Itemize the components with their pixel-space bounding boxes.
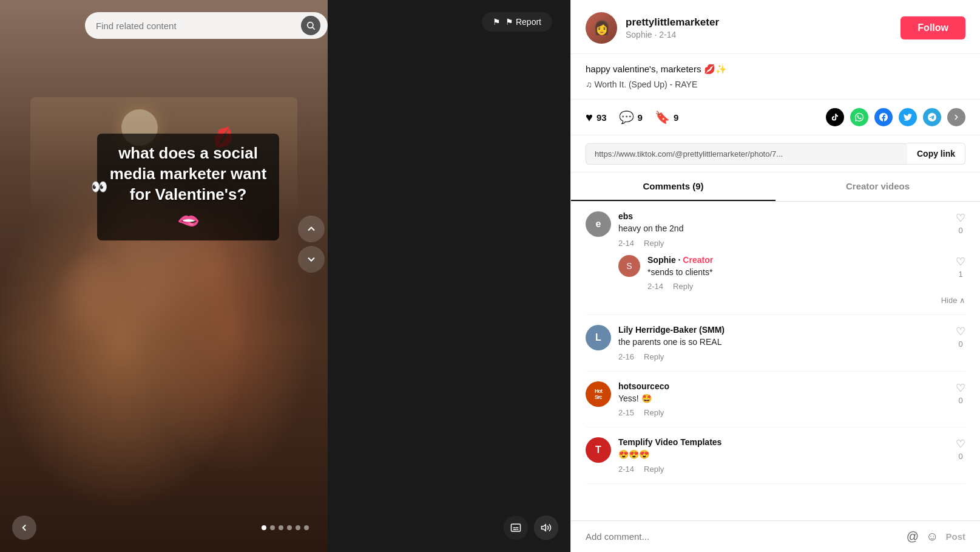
comment-date: 2-14 xyxy=(618,465,634,474)
reply-text: *sends to clients* xyxy=(647,267,948,279)
input-actions: @ ☺ Post xyxy=(907,530,965,543)
reply-like-number: 1 xyxy=(958,270,962,279)
nav-up-button[interactable] xyxy=(298,216,325,242)
dot-5[interactable] xyxy=(296,525,300,530)
right-panel: 👩 prettylittlemarketer Sophie · 2-14 Fol… xyxy=(570,0,980,552)
video-content: 💋 👀 what does a social media marketer wa… xyxy=(0,0,570,552)
nav-down-button[interactable] xyxy=(298,246,325,273)
commenter-avatar[interactable]: T xyxy=(586,437,611,463)
comment-body: Templify Video Templates 😍😍😍 2-14 Reply xyxy=(618,437,948,474)
comment-like[interactable]: ♡ 0 xyxy=(956,381,965,405)
dot-1[interactable] xyxy=(262,525,266,530)
comment-main: T Templify Video Templates 😍😍😍 2-14 Repl… xyxy=(586,437,965,474)
reply-button[interactable]: Reply xyxy=(644,408,664,417)
comment-item: HotSrc hotsourceco Yess! 🤩 2-15 Reply ♡ … xyxy=(586,372,965,428)
heart-icon: ♥ xyxy=(586,111,593,124)
reply-button[interactable]: Reply xyxy=(644,239,664,248)
subtitle-button[interactable] xyxy=(504,516,528,540)
creator-header: 👩 prettylittlemarketer Sophie · 2-14 Fol… xyxy=(571,0,980,54)
post-comment-button[interactable]: Post xyxy=(945,531,965,542)
reply-reply-button[interactable]: Reply xyxy=(673,282,693,291)
tab-creator-videos[interactable]: Creator videos xyxy=(776,172,980,201)
likes-button[interactable]: ♥ 93 xyxy=(586,111,607,124)
mention-icon[interactable]: @ xyxy=(907,530,919,543)
interactions-bar: ♥ 93 💬 9 🔖 9 xyxy=(571,100,980,135)
dot-3[interactable] xyxy=(279,525,283,530)
reply-button[interactable]: Reply xyxy=(644,465,664,474)
heart-icon[interactable]: ♡ xyxy=(956,381,965,395)
reply-meta: 2-14 Reply xyxy=(647,282,948,291)
comment-date: 2-14 xyxy=(618,239,634,248)
reply-date: 2-14 xyxy=(647,282,663,291)
reply-like[interactable]: ♡ 1 xyxy=(956,255,965,279)
nav-controls xyxy=(0,516,570,540)
commenter-avatar[interactable]: L xyxy=(586,325,611,350)
dot-2[interactable] xyxy=(270,525,275,530)
commenter-username[interactable]: hotsourceco xyxy=(618,381,948,391)
photo-image xyxy=(0,49,328,552)
creator-avatar[interactable]: 👩 xyxy=(586,12,617,44)
creator-info: prettylittlemarketer Sophie · 2-14 xyxy=(626,16,892,39)
hide-replies-button[interactable]: Hide ∧ xyxy=(618,296,965,305)
heart-icon[interactable]: ♡ xyxy=(956,211,965,225)
commenter-username[interactable]: ebs xyxy=(618,211,948,221)
comment-date: 2-15 xyxy=(618,408,634,417)
copy-link-button[interactable]: Copy link xyxy=(907,143,965,165)
prev-button[interactable] xyxy=(12,516,36,540)
creator-username[interactable]: prettylittlemarketer xyxy=(626,16,892,29)
link-bar: https://www.tiktok.com/@prettylittlemark… xyxy=(571,135,980,172)
svg-marker-6 xyxy=(542,525,546,531)
comment-main: e ebs heavy on the 2nd 2-14 Reply ♡ 0 xyxy=(586,211,965,248)
reply-button[interactable]: Reply xyxy=(644,352,664,361)
link-url-display: https://www.tiktok.com/@prettylittlemark… xyxy=(586,143,907,165)
heart-icon[interactable]: ♡ xyxy=(956,255,965,268)
comment-like[interactable]: ♡ 0 xyxy=(956,437,965,461)
comments-button[interactable]: 💬 9 xyxy=(619,110,643,124)
comment-item: e ebs heavy on the 2nd 2-14 Reply ♡ 0 S xyxy=(586,202,965,315)
comment-item: L Lily Herridge-Baker (SMM) the parents … xyxy=(586,315,965,372)
creator-subtitle: Sophie · 2-14 xyxy=(626,30,892,39)
comments-count: 9 xyxy=(638,112,643,123)
comment-meta: 2-14 Reply xyxy=(618,239,948,248)
share-more-button[interactable] xyxy=(947,108,965,126)
music-credit[interactable]: ♫ Worth It. (Sped Up) - RAYE xyxy=(586,80,965,89)
comment-like[interactable]: ♡ 0 xyxy=(956,325,965,349)
commenter-avatar[interactable]: e xyxy=(586,211,611,237)
share-tiktok-button[interactable] xyxy=(826,108,844,126)
media-controls xyxy=(504,516,558,540)
comment-body: Lily Herridge-Baker (SMM) the parents on… xyxy=(618,325,948,361)
commenter-username[interactable]: Templify Video Templates xyxy=(618,437,948,447)
share-twitter-button[interactable] xyxy=(899,108,917,126)
flag-icon: ⚑ xyxy=(493,17,501,27)
report-button[interactable]: ⚑ ⚑ Report xyxy=(482,12,552,32)
comment-input[interactable] xyxy=(586,531,899,542)
tab-comments[interactable]: Comments (9) xyxy=(571,172,776,201)
bookmark-icon: 🔖 xyxy=(655,110,670,124)
comment-like[interactable]: ♡ 0 xyxy=(956,211,965,235)
commenter-username[interactable]: Lily Herridge-Baker (SMM) xyxy=(618,325,948,335)
comment-text: Yess! 🤩 xyxy=(618,393,948,405)
share-telegram-button[interactable] xyxy=(923,108,941,126)
heart-icon[interactable]: ♡ xyxy=(956,437,965,451)
dot-6[interactable] xyxy=(304,525,309,530)
svg-line-1 xyxy=(313,27,315,30)
avatar-emoji: 👩 xyxy=(593,20,610,36)
search-input[interactable] xyxy=(96,21,301,31)
commenter-avatar[interactable]: HotSrc xyxy=(586,381,611,407)
dot-4[interactable] xyxy=(287,525,292,530)
reply-avatar[interactable]: S xyxy=(618,255,640,277)
volume-button[interactable] xyxy=(534,516,558,540)
bookmarks-button[interactable]: 🔖 9 xyxy=(655,110,678,124)
share-icons xyxy=(826,108,965,126)
emoji-icon[interactable]: ☺ xyxy=(926,530,938,543)
comment-text: the parents one is so REAL xyxy=(618,336,948,349)
heart-icon[interactable]: ♡ xyxy=(956,325,965,338)
like-number: 0 xyxy=(958,226,962,235)
slide-dots xyxy=(262,525,309,530)
share-whatsapp-button[interactable] xyxy=(850,108,868,126)
follow-button[interactable]: Follow xyxy=(901,16,965,39)
share-facebook-button[interactable] xyxy=(874,108,893,126)
comment-icon: 💬 xyxy=(619,110,634,124)
eyes-emoji: 👀 xyxy=(91,179,107,195)
search-button[interactable] xyxy=(301,16,320,35)
